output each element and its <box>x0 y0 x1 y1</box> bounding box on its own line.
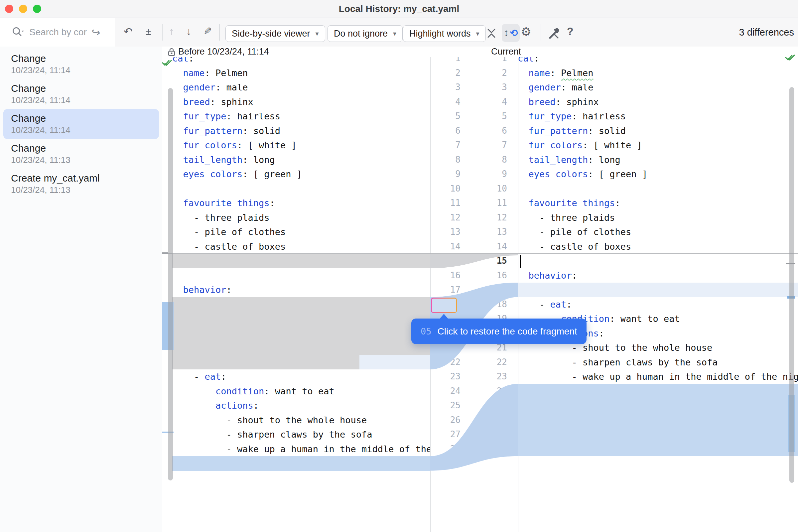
chevron-down-icon: ▾ <box>476 30 479 38</box>
edit-source-icon[interactable]: ✎ <box>204 25 212 37</box>
history-item-date: 10/23/24, 11:14 <box>11 125 159 136</box>
diff-connector-bands <box>430 46 518 532</box>
code-line: behavior: <box>518 268 798 283</box>
code-line: breed: sphinx <box>518 95 798 109</box>
code-line: - three plaids <box>518 210 798 225</box>
history-item[interactable]: Change10/23/24, 11:14 <box>3 79 159 109</box>
deleted-block-highlight <box>172 297 430 355</box>
history-item[interactable]: Change10/23/24, 11:13 <box>3 139 159 169</box>
code-line: behavior: <box>172 283 430 297</box>
tools-icon[interactable] <box>547 26 560 40</box>
toolbar-divider <box>540 24 541 41</box>
code-line <box>172 268 430 283</box>
history-item-date: 10/23/24, 11:13 <box>11 154 159 166</box>
search-placeholder: Search by cor <box>29 27 87 38</box>
history-item[interactable]: Change10/23/24, 11:14 <box>3 49 159 79</box>
code-line: - pile of clothes <box>172 225 430 240</box>
restore-chunk-chevron-box[interactable] <box>431 298 457 313</box>
code-line: fur_colors: [ white ] <box>518 138 798 153</box>
history-item[interactable]: Change10/23/24, 11:14 <box>3 109 159 139</box>
history-item[interactable]: Create my_cat.yaml10/23/24, 11:13 <box>3 169 159 199</box>
synchronize-scrolling-button[interactable]: ↕ ⟲ <box>502 24 520 42</box>
changed-line-highlight <box>518 283 798 297</box>
code-line: - castle of boxes <box>518 240 798 254</box>
toolbar-divider <box>219 24 220 41</box>
previous-difference-icon[interactable]: ↑ <box>169 25 174 38</box>
history-item-date: 10/23/24, 11:14 <box>11 94 159 106</box>
history-item-date: 10/23/24, 11:14 <box>11 64 159 76</box>
chevron-down-icon: ▾ <box>393 30 396 38</box>
code-line: - wake up a human in the middle of the n… <box>518 369 798 384</box>
code-line <box>172 182 430 196</box>
deleted-block-highlight <box>172 355 359 370</box>
up-down-arrow-icon: ↕ <box>504 27 509 38</box>
code-line: fur_type: hairless <box>518 109 798 124</box>
help-icon[interactable]: ? <box>567 25 573 38</box>
code-line: - castle of boxes <box>172 240 430 254</box>
history-item-date: 10/23/24, 11:13 <box>11 184 159 195</box>
highlight-mode-dropdown[interactable]: Highlight words ▾ <box>403 25 486 42</box>
show-diff-icon[interactable]: ± <box>146 26 151 37</box>
scroll-marker-deleted <box>162 252 168 254</box>
collapse-unchanged-icon[interactable] <box>486 27 497 39</box>
code-line: cat: <box>518 57 798 66</box>
code-line: fur_type: hairless <box>172 109 430 124</box>
no-problems-icon <box>785 53 796 62</box>
tooltip-arrow <box>440 314 448 319</box>
deleted-line-highlight <box>172 254 430 268</box>
differences-count: 3 differences <box>739 18 794 46</box>
no-problems-icon <box>162 58 173 67</box>
code-line: - shout to the whole house <box>172 413 430 428</box>
code-line: tail_length: long <box>518 153 798 167</box>
code-line: fur_pattern: solid <box>172 124 430 138</box>
code-line: - sharpen claws by the sofa <box>172 427 430 442</box>
code-line: favourite_things: <box>518 196 798 210</box>
history-item-label: Change <box>11 112 159 125</box>
search-history-icon[interactable]: ↩ <box>91 25 101 39</box>
right-scrollbar[interactable] <box>787 46 798 532</box>
tooltip-shortcut: 05 <box>421 326 432 337</box>
code-line: favourite_things: <box>172 196 430 210</box>
history-item-label: Change <box>11 142 159 154</box>
ignore-policy-dropdown[interactable]: Do not ignore ▾ <box>327 25 403 42</box>
code-line <box>518 182 798 196</box>
deleted-line-marker <box>162 253 798 254</box>
left-scrollbar[interactable] <box>162 46 172 532</box>
scrollbar-thumb[interactable] <box>168 88 173 480</box>
window-title: Local History: my_cat.yaml <box>0 0 798 18</box>
code-line: gender: male <box>172 80 430 95</box>
code-line: tail_length: long <box>172 153 430 167</box>
code-line: cat: <box>172 57 430 66</box>
code-line: - pile of clothes <box>518 225 798 240</box>
code-line: condition: want to eat <box>172 384 430 399</box>
insert-point-highlight <box>172 456 430 471</box>
code-line: - eat: <box>172 369 430 384</box>
window-titlebar: Local History: my_cat.yaml <box>0 0 798 18</box>
toolbar: Search by cor ↩ ↶ ± ↑ ↓ ✎ Side-by-side v… <box>0 18 798 46</box>
code-line: fur_colors: [ white ] <box>172 138 430 153</box>
code-line: - eat: <box>518 297 798 312</box>
code-line: breed: sphinx <box>172 95 430 109</box>
search-input[interactable]: Search by cor ↩ <box>0 18 115 46</box>
scrollbar-thumb[interactable] <box>790 87 794 483</box>
next-difference-icon[interactable]: ↓ <box>186 25 191 38</box>
gear-icon[interactable]: ⚙ <box>521 25 531 39</box>
code-line: eyes_colors: [ green ] <box>518 167 798 182</box>
refresh-icon: ⟲ <box>510 27 518 39</box>
revert-icon[interactable]: ↶ <box>124 25 133 38</box>
chevron-down-icon: ▾ <box>316 30 319 38</box>
viewer-mode-dropdown[interactable]: Side-by-side viewer ▾ <box>225 25 325 42</box>
code-line: - sharpen claws by the sofa <box>518 355 798 370</box>
history-sidebar: Change10/23/24, 11:14Change10/23/24, 11:… <box>0 46 162 532</box>
code-line: name: Pelmen <box>172 66 430 80</box>
toolbar-divider <box>162 24 163 41</box>
code-line: gender: male <box>518 80 798 95</box>
restore-tooltip[interactable]: 05 Click to restore the code fragment <box>411 319 587 344</box>
code-line: eyes_colors: [ green ] <box>172 167 430 182</box>
left-pane-header: Before 10/23/24, 11:14 <box>178 46 269 57</box>
code-line: name: Pelmen <box>518 66 798 80</box>
code-line: - wake up a human in the middle of the n… <box>172 442 430 457</box>
history-item-label: Change <box>11 53 159 64</box>
code-line: - three plaids <box>172 210 430 225</box>
code-line <box>518 254 798 268</box>
